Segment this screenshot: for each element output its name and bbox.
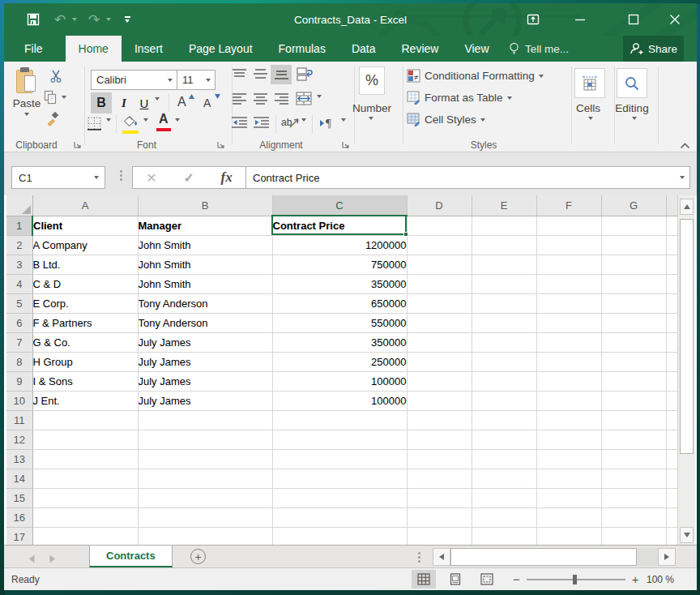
text-direction-button[interactable]: ¶ (319, 117, 337, 131)
cell-F15[interactable] (536, 488, 601, 507)
cell-D1[interactable] (407, 216, 472, 235)
cell-partial-8[interactable] (666, 352, 677, 371)
cell-E16[interactable] (472, 507, 536, 527)
center-button[interactable] (254, 93, 267, 108)
bottom-align-button[interactable] (271, 65, 292, 84)
cell-A10[interactable]: J Ent. (32, 391, 138, 410)
merge-center-button[interactable] (296, 92, 312, 109)
cell-partial-5[interactable] (666, 293, 677, 313)
name-box[interactable]: C1 (11, 166, 105, 189)
cell-F14[interactable] (536, 469, 601, 488)
cell-A11[interactable] (32, 410, 138, 430)
editing-group-button-label[interactable]: Editing (609, 102, 655, 114)
cell-E15[interactable] (472, 488, 536, 507)
tell-me-box[interactable]: Tell me... (509, 36, 569, 62)
cell-F12[interactable] (536, 430, 601, 449)
cell-D5[interactable] (407, 293, 472, 313)
cell-G8[interactable] (601, 352, 666, 371)
share-button[interactable]: Share (623, 36, 684, 62)
ribbon-tab-insert[interactable]: Insert (122, 36, 176, 62)
cell-E12[interactable] (472, 430, 536, 449)
cell-D17[interactable] (407, 527, 472, 545)
row-header-11[interactable]: 11 (6, 410, 32, 430)
cell-C3[interactable]: 750000 (272, 255, 407, 274)
cell-B4[interactable]: John Smith (138, 274, 272, 293)
fill-handle[interactable] (403, 232, 408, 237)
cell-A17[interactable] (32, 527, 138, 545)
cell-A3[interactable]: B Ltd. (32, 255, 138, 274)
format-painter-button[interactable] (45, 112, 60, 130)
cell-G2[interactable] (601, 235, 666, 255)
cell-G1[interactable] (601, 216, 666, 235)
column-header-B[interactable]: B (138, 195, 272, 216)
column-header-G[interactable]: G (601, 195, 666, 216)
cell-G3[interactable] (601, 255, 666, 274)
paste-button[interactable]: Paste (11, 68, 43, 118)
cell-C4[interactable]: 350000 (272, 274, 407, 293)
cell-D7[interactable] (407, 332, 472, 352)
cell-C2[interactable]: 1200000 (272, 235, 407, 255)
cell-A6[interactable]: F & Partners (32, 313, 138, 332)
cell-E9[interactable] (472, 371, 536, 391)
horizontal-scroll-track[interactable] (637, 548, 658, 566)
cell-B2[interactable]: John Smith (138, 235, 272, 255)
orientation-button[interactable]: ab (281, 115, 299, 131)
grow-font-button[interactable]: A (175, 92, 196, 113)
normal-view-button[interactable] (412, 570, 436, 589)
cell-partial-15[interactable] (666, 488, 677, 507)
font-size-combo[interactable]: 11 (177, 70, 216, 90)
cell-E10[interactable] (472, 391, 536, 410)
cell-A5[interactable]: E Corp. (32, 293, 138, 313)
ribbon-tab-view[interactable]: View (451, 36, 502, 62)
cell-F9[interactable] (536, 371, 601, 391)
align-right-button[interactable] (275, 93, 288, 108)
cell-partial-12[interactable] (666, 430, 677, 449)
font-color-dropdown[interactable] (175, 122, 180, 136)
cell-E11[interactable] (472, 410, 536, 430)
cell-C5[interactable]: 650000 (272, 293, 407, 313)
ribbon-tab-data[interactable]: Data (339, 36, 389, 62)
cell-B9[interactable]: July James (138, 371, 272, 391)
vertical-scrollbar[interactable] (677, 195, 695, 545)
cell-E6[interactable] (472, 313, 536, 332)
cell-B11[interactable] (138, 410, 272, 430)
new-sheet-button[interactable]: + (190, 549, 206, 564)
cell-C8[interactable]: 250000 (272, 352, 407, 371)
cell-D14[interactable] (407, 469, 472, 488)
cell-A9[interactable]: I & Sons (32, 371, 138, 391)
decrease-indent-button[interactable] (232, 117, 247, 133)
cell-E2[interactable] (472, 235, 536, 255)
cell-B5[interactable]: Tony Anderson (138, 293, 272, 313)
middle-align-button[interactable] (254, 69, 267, 83)
cell-E13[interactable] (472, 449, 536, 469)
maximize-button[interactable] (619, 3, 648, 36)
active-cell-selection[interactable] (271, 215, 407, 235)
number-dropdown[interactable] (369, 120, 373, 135)
sheet-prev-button[interactable] (28, 552, 35, 567)
cell-B8[interactable]: July James (138, 352, 272, 371)
ribbon-tab-page-layout[interactable]: Page Layout (176, 36, 266, 62)
cell-F7[interactable] (536, 332, 601, 352)
row-header-13[interactable]: 13 (6, 449, 32, 469)
cell-D6[interactable] (407, 313, 472, 332)
scroll-left-button[interactable] (433, 548, 450, 566)
cancel-button[interactable]: ✕ (146, 170, 156, 186)
cell-C6[interactable]: 550000 (272, 313, 407, 332)
row-header-7[interactable]: 7 (6, 332, 32, 352)
cell-E3[interactable] (472, 255, 536, 274)
increase-indent-button[interactable] (254, 117, 269, 133)
column-header-C[interactable]: C (272, 195, 407, 216)
cell-D11[interactable] (407, 410, 472, 430)
ribbon-tab-home[interactable]: Home (66, 36, 122, 62)
top-align-button[interactable] (233, 69, 246, 83)
cell-B14[interactable] (138, 469, 272, 488)
cell-A15[interactable] (32, 488, 138, 507)
cell-F11[interactable] (536, 410, 601, 430)
ribbon-tab-formulas[interactable]: Formulas (266, 36, 339, 62)
font-color-button[interactable]: A (156, 113, 173, 131)
cell-G10[interactable] (601, 391, 666, 410)
cell-E14[interactable] (472, 469, 536, 488)
formula-input[interactable]: Contract Price (245, 166, 690, 189)
cell-D10[interactable] (407, 391, 472, 410)
cell-F13[interactable] (536, 449, 601, 469)
